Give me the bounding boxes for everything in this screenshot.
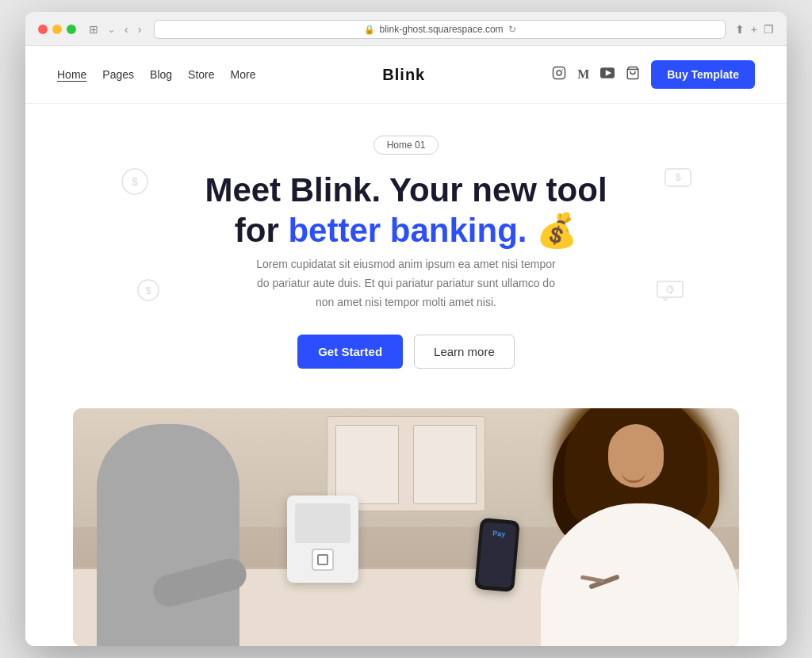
nav-store[interactable]: Store xyxy=(188,68,214,81)
minimize-button[interactable] xyxy=(52,25,62,34)
browser-actions: ⬆ + ❐ xyxy=(735,23,774,36)
hero-title: Meet Blink. Your new tool for better ban… xyxy=(73,170,739,251)
man-body xyxy=(97,424,239,646)
phone: Pay xyxy=(474,518,520,592)
close-button[interactable] xyxy=(38,25,48,34)
nav-right: M Buy Template xyxy=(552,60,755,89)
hero-badge: Home 01 xyxy=(373,136,439,155)
hero-buttons: Get Started Learn more xyxy=(73,335,739,369)
hero-section: $ $ $ :) xyxy=(25,104,787,407)
new-tab-button[interactable]: + xyxy=(751,23,757,36)
terminal-screen xyxy=(295,503,350,543)
cart-icon[interactable] xyxy=(626,66,640,83)
payment-terminal xyxy=(287,495,358,583)
float-icon-top-right: $ xyxy=(665,167,691,197)
hero-title-emoji: 💰 xyxy=(536,212,577,249)
traffic-lights xyxy=(38,25,76,34)
share-button[interactable]: ⬆ xyxy=(735,23,745,36)
refresh-icon[interactable]: ↻ xyxy=(508,24,516,35)
hero-image: Pay xyxy=(73,408,739,646)
medium-icon[interactable]: M xyxy=(577,67,589,82)
hero-description: Lorem cupidatat sit eiusmod anim ipsum e… xyxy=(255,255,557,312)
svg-text::): :) xyxy=(668,286,672,294)
cabinet-door-left xyxy=(335,425,399,504)
buy-template-button[interactable]: Buy Template xyxy=(651,60,755,89)
svg-text:$: $ xyxy=(146,285,151,296)
nav-more[interactable]: More xyxy=(231,68,256,81)
forward-button[interactable]: › xyxy=(135,21,145,37)
float-icon-top-left: $ xyxy=(121,167,149,202)
scene: Pay xyxy=(73,408,739,646)
browser-chrome: ⊞ ⌄ ‹ › 🔒 blink-ghost.squarespace.com ↻ … xyxy=(25,12,787,46)
sidebar-toggle-button[interactable]: ⊞ xyxy=(86,21,102,37)
instagram-icon[interactable] xyxy=(552,66,566,84)
hero-title-line1: Meet Blink. Your new tool xyxy=(205,171,607,208)
learn-more-button[interactable]: Learn more xyxy=(414,335,515,369)
browser-controls: ⊞ ⌄ ‹ › xyxy=(86,21,144,37)
site-nav: Home Pages Blog Store More Blink M xyxy=(25,46,787,104)
lock-icon: 🔒 xyxy=(364,25,375,35)
url-text: blink-ghost.squarespace.com xyxy=(380,24,504,35)
youtube-icon[interactable] xyxy=(600,67,615,82)
nav-links: Home Pages Blog Store More xyxy=(57,67,255,82)
hero-title-accent: better banking. xyxy=(288,212,527,249)
nav-blog[interactable]: Blog xyxy=(150,68,172,81)
maximize-button[interactable] xyxy=(67,25,76,34)
address-bar[interactable]: 🔒 blink-ghost.squarespace.com ↻ xyxy=(154,20,725,39)
chevron-icon[interactable]: ⌄ xyxy=(105,23,118,36)
nav-pages[interactable]: Pages xyxy=(102,68,134,81)
svg-rect-0 xyxy=(553,67,565,78)
hero-title-line2-plain: for xyxy=(235,212,289,249)
back-button[interactable]: ‹ xyxy=(121,21,132,37)
windows-button[interactable]: ❐ xyxy=(764,23,774,36)
cabinet-door-right xyxy=(413,425,477,504)
phone-screen: Pay xyxy=(478,522,517,587)
svg-point-1 xyxy=(557,71,561,75)
site-content: Home Pages Blog Store More Blink M xyxy=(25,46,787,645)
nav-home[interactable]: Home xyxy=(57,68,86,81)
svg-point-2 xyxy=(562,69,564,71)
site-brand: Blink xyxy=(255,66,552,84)
svg-text:$: $ xyxy=(675,171,681,183)
float-icon-bottom-right: :) xyxy=(657,278,684,309)
float-icon-bottom-left: $ xyxy=(136,278,160,308)
svg-text:$: $ xyxy=(132,175,138,188)
get-started-button[interactable]: Get Started xyxy=(297,335,403,369)
browser-window: ⊞ ⌄ ‹ › 🔒 blink-ghost.squarespace.com ↻ … xyxy=(25,12,787,645)
